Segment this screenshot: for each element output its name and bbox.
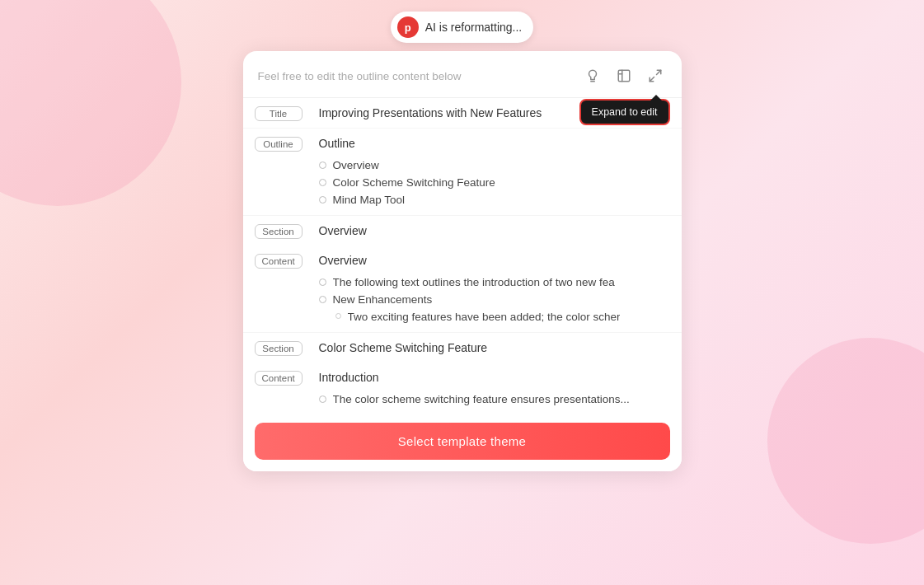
content-color-row: Content Introduction The color scheme sw… — [243, 363, 682, 414]
content-items: The following text outlines the introduc… — [319, 274, 670, 325]
ai-icon: p — [397, 16, 419, 38]
bg-decoration-2 — [767, 338, 924, 544]
content-label: Overview — [319, 252, 670, 269]
section-tag: Section — [255, 341, 303, 356]
ai-status-text: AI is reformatting... — [425, 21, 522, 34]
svg-rect-0 — [618, 70, 630, 82]
item-text: The following text outlines the introduc… — [333, 276, 615, 288]
outline-row: Outline Outline Overview Color Scheme Sw… — [243, 128, 682, 215]
list-item: The color scheme switching feature ensur… — [319, 391, 670, 408]
item-text: The color scheme switching feature ensur… — [333, 393, 630, 405]
bullet-icon — [335, 313, 341, 319]
expand-icon — [648, 68, 663, 83]
bullet-icon — [319, 278, 326, 286]
ai-status-badge: p AI is reformatting... — [391, 12, 533, 43]
section-tag: Section — [255, 224, 303, 239]
list-item: New Enhancements — [319, 291, 670, 308]
bullet-icon — [319, 296, 326, 303]
outline-label: Outline — [319, 135, 670, 152]
section-label: Color Scheme Switching Feature — [319, 339, 670, 356]
expand-tooltip: Expand to edit — [579, 99, 670, 125]
list-item: Two exciting features have been added; t… — [319, 308, 670, 325]
list-item: Overview — [319, 157, 670, 174]
outline-items: Overview Color Scheme Switching Feature … — [319, 157, 670, 208]
card-footer: Select template theme — [243, 414, 682, 471]
lightbulb-icon-button[interactable] — [581, 64, 604, 87]
outline-content: Title Improving Presentations with New F… — [243, 98, 682, 414]
bullet-icon — [319, 196, 326, 204]
content-overview-row: Content Overview The following text outl… — [243, 246, 682, 332]
content-label: Introduction — [319, 369, 670, 386]
content-items: The color scheme switching feature ensur… — [319, 391, 670, 408]
list-item: Mind Map Tool — [319, 191, 670, 208]
section-label: Overview — [319, 222, 670, 239]
bullet-icon — [319, 179, 326, 186]
lightbulb-icon — [585, 68, 600, 83]
outline-tag: Outline — [255, 137, 303, 152]
header-icons: Expand to edit — [581, 64, 667, 87]
title-tag: Title — [255, 106, 303, 121]
svg-line-1 — [656, 70, 660, 74]
header-hint: Feel free to edit the outline content be… — [258, 70, 462, 82]
layout-icon-button[interactable] — [612, 64, 636, 87]
top-bar: p AI is reformatting... — [0, 0, 924, 51]
item-text: Color Scheme Switching Feature — [333, 176, 495, 189]
list-item: Color Scheme Switching Feature — [319, 174, 670, 191]
item-text: New Enhancements — [333, 293, 433, 306]
bullet-icon — [319, 395, 326, 403]
list-item: The following text outlines the introduc… — [319, 274, 670, 291]
select-template-button[interactable]: Select template theme — [255, 423, 670, 460]
main-card: Feel free to edit the outline content be… — [243, 51, 682, 471]
svg-line-2 — [650, 77, 654, 82]
bullet-icon — [319, 161, 326, 169]
card-header: Feel free to edit the outline content be… — [243, 51, 682, 98]
content-tag: Content — [255, 371, 303, 386]
item-text: Mind Map Tool — [333, 194, 406, 206]
content-tag: Content — [255, 254, 303, 269]
layout-icon — [617, 68, 631, 83]
item-text: Overview — [333, 159, 379, 171]
item-text: Two exciting features have been added; t… — [348, 311, 621, 323]
section-color-row: Section Color Scheme Switching Feature — [243, 332, 682, 363]
section-overview-row: Section Overview — [243, 215, 682, 246]
expand-icon-button[interactable]: Expand to edit — [644, 64, 667, 87]
